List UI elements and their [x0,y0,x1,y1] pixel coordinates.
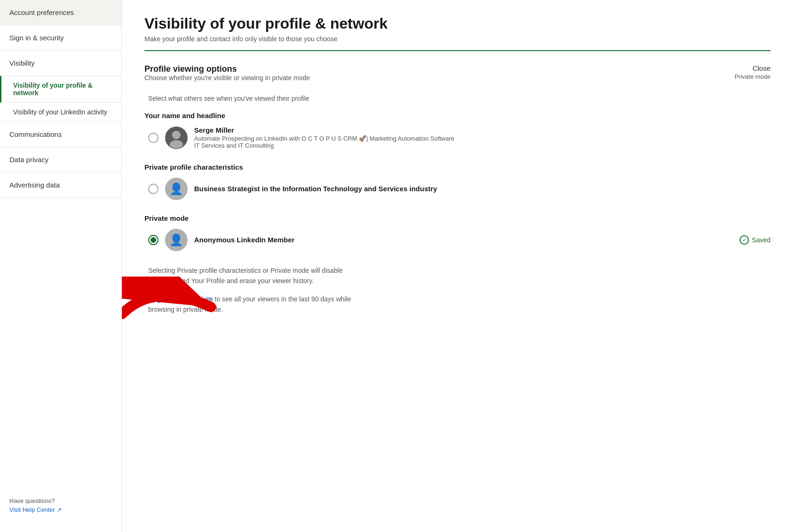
sidebar-item-label: Account preferences [9,8,74,16]
option-group-name-headline: Your name and headline Serge Miller Auto… [144,112,770,149]
select-label: Select what others see when you've viewe… [144,95,770,102]
person-icon-2: 👤 [169,233,183,247]
option-group-private-characteristics: Private profile characteristics 👤 Busine… [144,163,770,200]
radio-private-characteristics[interactable] [148,184,159,194]
sidebar-item-label: Visibility of your profile & network [13,82,92,97]
close-btn-area: Close Private mode [734,64,770,80]
svg-point-2 [170,140,183,149]
section-title: Profile viewing options [144,64,310,74]
section-title-area: Profile viewing options Choose whether y… [144,64,310,91]
page-subtitle: Make your profile and contact info only … [144,35,770,43]
radio-private-mode[interactable] [148,235,159,245]
section-header-row: Profile viewing options Choose whether y… [144,64,770,91]
sidebar-item-label: Advertising data [9,181,60,189]
option-row-name-headline[interactable]: Serge Miller Automate Prospecting on Lin… [144,126,770,149]
sidebar-item-account-preferences[interactable]: Account preferences [0,0,121,25]
option-group-private-mode: Private mode 👤 Anonymous LinkedIn Member… [144,214,770,251]
sidebar-footer: Have questions? Visit Help Center ↗ [0,488,121,523]
upgrade-premium-link[interactable]: Upgrade to Premium [148,295,213,303]
saved-check-icon: ✓ [740,235,749,245]
avatar-private-mode: 👤 [165,229,188,251]
avatar-private-characteristics: 👤 [165,178,188,200]
option-group-title-3: Private mode [144,214,770,222]
section-divider [144,50,770,51]
option-group-title-1: Your name and headline [144,112,770,120]
sidebar-item-label: Data privacy [9,156,48,164]
footer-note: Selecting Private profile characteristic… [144,265,463,286]
option-name-business-strategist: Business Strategist in the Information T… [194,185,770,193]
page-title: Visibility of your profile & network [144,15,770,32]
saved-badge: ✓ Saved [740,235,770,245]
close-button[interactable]: Close [734,64,770,72]
option-row-private-mode[interactable]: 👤 Anonymous LinkedIn Member ✓ Saved [144,229,770,251]
sidebar-item-sign-in-security[interactable]: Sign in & security [0,25,121,51]
person-icon: 👤 [169,182,183,195]
radio-name-headline[interactable] [148,133,159,143]
svg-point-1 [172,131,181,139]
option-row-private-characteristics[interactable]: 👤 Business Strategist in the Information… [144,178,770,200]
option-text-private-mode: Anonymous LinkedIn Member [194,236,733,245]
option-text-name-headline: Serge Miller Automate Prospecting on Lin… [194,126,770,149]
saved-label: Saved [752,236,770,244]
sidebar-item-label: Communications [9,130,62,138]
sidebar-item-label: Sign in & security [9,34,64,42]
external-link-icon: ↗ [57,506,62,513]
avatar-name-headline [165,127,188,149]
main-content: Visibility of your profile & network Mak… [122,0,793,532]
help-link-label: Visit Help Center [9,506,55,513]
sidebar-item-advertising-data[interactable]: Advertising data [0,172,121,198]
close-subtitle: Private mode [734,73,770,80]
have-questions-text: Have questions? [9,497,112,504]
sidebar-item-visibility-linkedin-activity[interactable]: Visibility of your LinkedIn activity [0,103,121,122]
visit-help-center-link[interactable]: Visit Help Center ↗ [9,506,112,513]
sidebar-item-data-privacy[interactable]: Data privacy [0,147,121,172]
option-name-serge-miller: Serge Miller [194,126,770,134]
section-desc: Choose whether you're visible or viewing… [144,74,310,82]
option-group-title-2: Private profile characteristics [144,163,770,171]
sidebar-item-label: Visibility of your LinkedIn activity [13,108,107,116]
option-desc-serge-miller: Automate Prospecting on LinkedIn with O … [194,135,770,149]
upgrade-text: Upgrade to Premium to see all your viewe… [144,294,463,315]
sidebar-item-communications[interactable]: Communications [0,122,121,147]
sidebar-item-label: Visibility [9,59,35,67]
option-text-private-characteristics: Business Strategist in the Information T… [194,185,770,194]
sidebar-item-visibility[interactable]: Visibility [0,51,121,76]
sidebar: Account preferences Sign in & security V… [0,0,122,532]
option-name-anonymous: Anonymous LinkedIn Member [194,236,733,244]
sidebar-item-visibility-profile-network[interactable]: Visibility of your profile & network [0,76,121,103]
